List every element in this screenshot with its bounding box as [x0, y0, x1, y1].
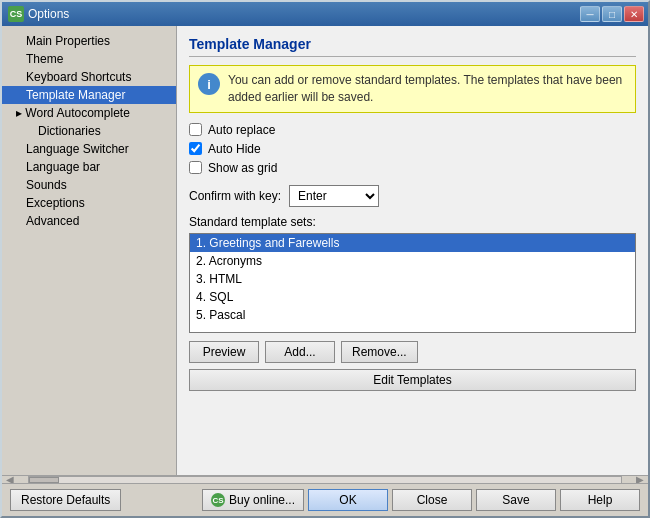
- ok-button[interactable]: OK: [308, 489, 388, 511]
- list-item[interactable]: 2. Acronyms: [190, 252, 635, 270]
- preview-button[interactable]: Preview: [189, 341, 259, 363]
- info-box: i You can add or remove standard templat…: [189, 65, 636, 113]
- template-list[interactable]: 1. Greetings and Farewells 2. Acronyms 3…: [189, 233, 636, 333]
- help-button[interactable]: Help: [560, 489, 640, 511]
- save-button[interactable]: Save: [476, 489, 556, 511]
- sidebar-item-word-autocomplete[interactable]: ▸ Word Autocomplete: [2, 104, 176, 122]
- list-item[interactable]: 4. SQL: [190, 288, 635, 306]
- panel-title: Template Manager: [189, 36, 636, 57]
- show-as-grid-checkbox[interactable]: [189, 161, 202, 174]
- auto-hide-checkbox[interactable]: [189, 142, 202, 155]
- main-panel: Template Manager i You can add or remove…: [177, 26, 648, 475]
- sidebar-item-sounds[interactable]: Sounds: [2, 176, 176, 194]
- sidebar-item-language-bar[interactable]: Language bar: [2, 158, 176, 176]
- titlebar-buttons: ─ □ ✕: [580, 6, 644, 22]
- confirm-key-dropdown[interactable]: Enter Tab Space: [289, 185, 379, 207]
- sidebar-item-template-manager[interactable]: Template Manager: [2, 86, 176, 104]
- app-icon: CS: [8, 6, 24, 22]
- info-icon: i: [198, 73, 220, 95]
- remove-button[interactable]: Remove...: [341, 341, 418, 363]
- auto-replace-row: Auto replace: [189, 123, 636, 137]
- sidebar-item-dictionaries[interactable]: Dictionaries: [2, 122, 176, 140]
- titlebar-left: CS Options: [8, 6, 69, 22]
- minimize-button[interactable]: ─: [580, 6, 600, 22]
- sidebar-item-language-switcher[interactable]: Language Switcher: [2, 140, 176, 158]
- auto-hide-row: Auto Hide: [189, 142, 636, 156]
- sidebar-item-keyboard-shortcuts[interactable]: Keyboard Shortcuts: [2, 68, 176, 86]
- sidebar-item-theme[interactable]: Theme: [2, 50, 176, 68]
- restore-defaults-button[interactable]: Restore Defaults: [10, 489, 121, 511]
- confirm-key-row: Confirm with key: Enter Tab Space: [189, 185, 636, 207]
- sidebar: Main Properties Theme Keyboard Shortcuts…: [2, 26, 177, 475]
- scrollbar-thumb[interactable]: [29, 477, 59, 483]
- window-content: Main Properties Theme Keyboard Shortcuts…: [2, 26, 648, 475]
- options-window: CS Options ─ □ ✕ Main Properties Theme K…: [0, 0, 650, 518]
- show-as-grid-row: Show as grid: [189, 161, 636, 175]
- list-label: Standard template sets:: [189, 215, 636, 229]
- auto-hide-label[interactable]: Auto Hide: [208, 142, 261, 156]
- titlebar: CS Options ─ □ ✕: [2, 2, 648, 26]
- add-button[interactable]: Add...: [265, 341, 335, 363]
- edit-templates-button[interactable]: Edit Templates: [189, 369, 636, 391]
- sidebar-item-main-properties[interactable]: Main Properties: [2, 32, 176, 50]
- auto-replace-checkbox[interactable]: [189, 123, 202, 136]
- show-as-grid-label[interactable]: Show as grid: [208, 161, 277, 175]
- list-item[interactable]: 5. Pascal: [190, 306, 635, 324]
- bottom-bar: Restore Defaults CS Buy online... OK Clo…: [2, 483, 648, 516]
- close-button[interactable]: ✕: [624, 6, 644, 22]
- window-title: Options: [28, 7, 69, 21]
- info-text: You can add or remove standard templates…: [228, 72, 627, 106]
- buy-online-button[interactable]: CS Buy online...: [202, 489, 304, 511]
- sidebar-item-exceptions[interactable]: Exceptions: [2, 194, 176, 212]
- list-item[interactable]: 3. HTML: [190, 270, 635, 288]
- buy-icon: CS: [211, 493, 225, 507]
- expand-icon: ▸: [16, 106, 25, 120]
- close-dialog-button[interactable]: Close: [392, 489, 472, 511]
- maximize-button[interactable]: □: [602, 6, 622, 22]
- sidebar-item-advanced[interactable]: Advanced: [2, 212, 176, 230]
- action-buttons-row: Preview Add... Remove...: [189, 341, 636, 363]
- confirm-key-label: Confirm with key:: [189, 189, 281, 203]
- auto-replace-label[interactable]: Auto replace: [208, 123, 275, 137]
- list-item[interactable]: 1. Greetings and Farewells: [190, 234, 635, 252]
- edit-templates-row: Edit Templates: [189, 369, 636, 391]
- scrollbar-area: ◀ ▶: [2, 475, 648, 483]
- buy-label: Buy online...: [229, 493, 295, 507]
